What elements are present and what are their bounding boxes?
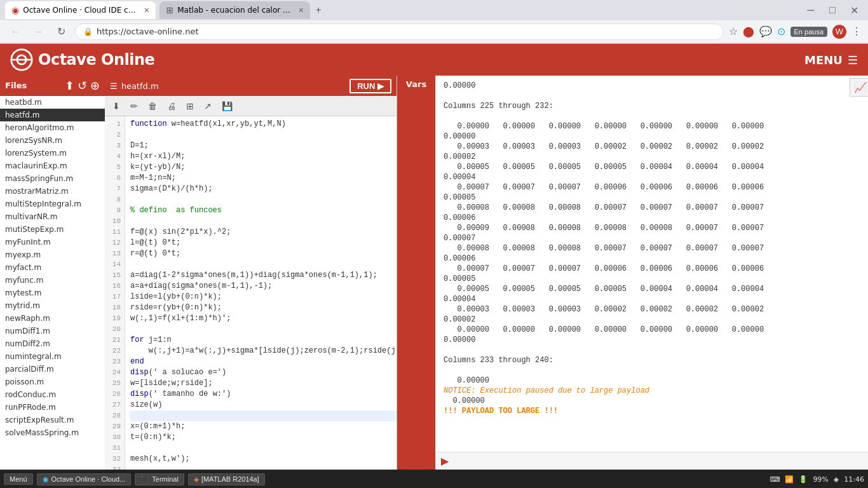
code-line: a=a+diag(sigma*ones(m-1,1),-1); — [130, 281, 397, 292]
code-line — [130, 259, 397, 270]
browser-titlebar: ◉ Octave Online · Cloud IDE comp ✕ ⊞ Mat… — [0, 0, 868, 20]
line-number: 15 — [105, 270, 125, 281]
code-line: rside=r(yb+(0:n)*k); — [130, 302, 397, 313]
maximize-button[interactable]: □ — [824, 1, 841, 19]
code-line: m=M-1;n=N; — [130, 173, 397, 184]
output-line: 0.00000 0.00000 0.00000 0.00000 0.00000 … — [444, 121, 866, 132]
refresh-button[interactable]: ↻ — [52, 23, 70, 41]
delete-btn[interactable]: 🗑 — [146, 100, 159, 112]
menu-icon: ☰ — [848, 53, 858, 67]
save-btn[interactable]: 💾 — [219, 100, 235, 112]
taskbar-matlab-btn[interactable]: ◈ [MATLAB R2014a] — [188, 473, 265, 485]
taskbar-terminal-btn[interactable]: ⬛ Terminal — [135, 473, 184, 485]
file-item[interactable]: multiStepIntegral.m — [0, 198, 105, 210]
file-item[interactable]: runPFRode.m — [0, 401, 105, 414]
file-item[interactable]: newRaph.m — [0, 312, 105, 325]
new-tab-button[interactable]: + — [315, 4, 321, 16]
file-item[interactable]: lorenzSystem.m — [0, 147, 105, 159]
file-item[interactable]: myexp.m — [0, 248, 105, 261]
vars-panel[interactable]: Vars — [397, 76, 435, 470]
file-item[interactable]: mutiStepExp.m — [0, 223, 105, 236]
code-lines[interactable]: function w=heatfd(xl,xr,yb,yt,M,N) D=1;h… — [125, 116, 397, 470]
addon-button2[interactable]: 💬 — [759, 25, 772, 37]
addon-button1[interactable]: ⬤ — [743, 25, 754, 37]
code-line: w(:,j+1)=a*w(:,j)+sigma*[lside(j);zeros(… — [130, 346, 397, 356]
code-line — [130, 130, 397, 140]
line-number: 12 — [105, 238, 125, 248]
code-line — [130, 216, 397, 227]
file-item[interactable]: myfunc.m — [0, 274, 105, 287]
close-button[interactable]: ✕ — [845, 1, 863, 19]
file-item[interactable]: scriptExpResult.m — [0, 414, 105, 426]
output-line: 0.00000 — [444, 81, 866, 91]
file-item[interactable]: numDiff2.m — [0, 337, 105, 350]
code-line: r=@(t) 0*t; — [130, 248, 397, 259]
line-number: 20 — [105, 324, 125, 335]
file-item[interactable]: heronAlgoritmo.m — [0, 121, 105, 134]
file-item[interactable]: multivarNR.m — [0, 210, 105, 223]
taskbar-browser-btn[interactable]: ◉ Octave Online · Cloud... — [37, 473, 132, 485]
clock: 11:46 — [844, 475, 864, 484]
line-number: 1 — [105, 119, 125, 130]
output-line: 0.00005 0.00005 0.00005 0.00005 0.00004 … — [444, 162, 866, 172]
browser-tab-active[interactable]: ◉ Octave Online · Cloud IDE comp ✕ — [5, 1, 156, 19]
taskbar: Menú ◉ Octave Online · Cloud... ⬛ Termin… — [0, 470, 868, 488]
share-btn[interactable]: ↗ — [201, 100, 214, 112]
file-item[interactable]: parcialDiff.m — [0, 363, 105, 376]
print-btn[interactable]: 🖨 — [165, 100, 179, 112]
browser-tab-inactive[interactable]: ⊞ Matlab - ecuacion del calor ma... ✕ — [159, 1, 310, 19]
menu-button[interactable]: ⋮ — [851, 25, 862, 37]
file-item[interactable]: mostrarMatriz.m — [0, 185, 105, 198]
file-item[interactable]: lorenzSysNR.m — [0, 134, 105, 147]
output-line — [444, 91, 866, 101]
editor-filename: ☰ heatfd.m — [110, 81, 159, 91]
menu-button[interactable]: MENU ☰ — [804, 53, 858, 67]
output-input[interactable] — [452, 457, 868, 466]
logo: Octave Online — [10, 48, 154, 71]
copy-btn[interactable]: ⊞ — [184, 100, 196, 112]
graph-button[interactable]: 📈 — [850, 78, 868, 97]
file-item[interactable]: mytrid.m — [0, 299, 105, 312]
output-line: 0.00000 — [444, 376, 866, 386]
file-item[interactable]: mytest.m — [0, 287, 105, 299]
add-file-button[interactable]: ⬆ ↺ ⊕ — [65, 79, 100, 93]
pause-button[interactable]: En pausa — [790, 27, 827, 37]
file-item[interactable]: myFunInt.m — [0, 236, 105, 248]
back-button[interactable]: ← — [6, 23, 24, 41]
code-line: lside=l(yb+(0:n)*k); — [130, 292, 397, 302]
line-number: 30 — [105, 432, 125, 443]
file-item[interactable]: numintegral.m — [0, 350, 105, 363]
file-item[interactable]: heatbd.m — [0, 96, 105, 109]
minimize-button[interactable]: ─ — [802, 1, 820, 19]
code-line: l=@(t) 0*t; — [130, 238, 397, 248]
line-number: 24 — [105, 367, 125, 378]
file-item[interactable]: heatfd.m — [0, 109, 105, 121]
file-item[interactable]: massSpringFun.m — [0, 172, 105, 185]
forward-button[interactable]: → — [29, 23, 47, 41]
output-line: 0.00005 — [444, 274, 866, 284]
profile-button[interactable]: W — [832, 25, 846, 39]
file-item[interactable]: rodConduc.m — [0, 388, 105, 401]
taskbar-menu-btn[interactable]: Menú — [4, 473, 33, 485]
file-item[interactable]: solveMassSpring.m — [0, 426, 105, 439]
file-item[interactable]: poisson.m — [0, 376, 105, 388]
code-line: f=@(x) sin(2*pi*x).^2; — [130, 227, 397, 238]
tab1-close[interactable]: ✕ — [144, 6, 149, 15]
code-line — [130, 443, 397, 454]
file-item[interactable]: numDiff1.m — [0, 325, 105, 337]
output-line: 0.00009 0.00008 0.00008 0.00008 0.00008 … — [444, 223, 866, 233]
edit-btn[interactable]: ✏ — [128, 100, 140, 112]
file-item[interactable]: myfact.m — [0, 261, 105, 274]
addon-button3[interactable]: ⊙ — [777, 25, 785, 37]
run-button[interactable]: RUN ▶ — [349, 79, 391, 93]
file-item[interactable]: maclaurinExp.m — [0, 159, 105, 172]
vars-label[interactable]: Vars — [406, 79, 426, 89]
tab2-close[interactable]: ✕ — [298, 6, 304, 15]
refresh-icon: ↺ — [78, 79, 87, 92]
address-bar[interactable]: 🔒 https://octave-online.net — [75, 24, 724, 40]
download-btn[interactable]: ⬇ — [110, 100, 123, 112]
line-number: 10 — [105, 216, 125, 227]
output-content[interactable]: 0.00000 Columns 225 through 232: 0.00000… — [436, 76, 868, 452]
bookmark-button[interactable]: ☆ — [729, 25, 738, 37]
editor-content[interactable]: 1234567891011121314151617181920212223242… — [105, 116, 397, 470]
